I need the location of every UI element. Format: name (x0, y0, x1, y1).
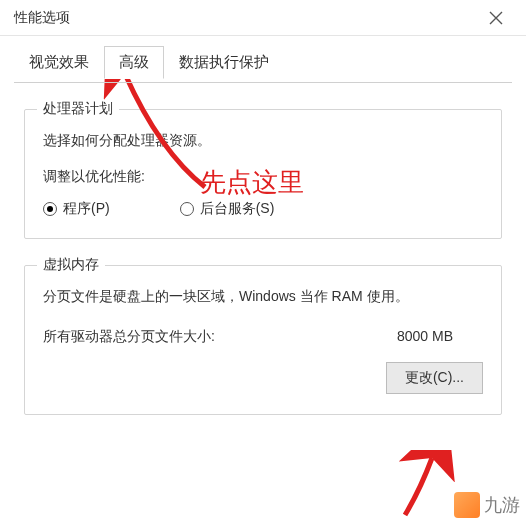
radio-programs-label: 程序(P) (63, 200, 110, 218)
watermark: 九游 (454, 492, 520, 518)
group-title-vm: 虚拟内存 (37, 256, 105, 274)
annotation-arrow-to-change (390, 450, 460, 520)
radio-programs[interactable]: 程序(P) (43, 200, 110, 218)
vm-total-label: 所有驱动器总分页文件大小: (43, 328, 215, 346)
window-title: 性能选项 (14, 9, 70, 27)
radio-background-label: 后台服务(S) (200, 200, 275, 218)
tab-visual-effects[interactable]: 视觉效果 (14, 46, 104, 79)
watermark-text: 九游 (484, 493, 520, 517)
vm-desc: 分页文件是硬盘上的一块区域，Windows 当作 RAM 使用。 (43, 288, 483, 306)
tab-bar: 视觉效果 高级 数据执行保护 (0, 36, 526, 79)
group-processor-scheduling: 处理器计划 选择如何分配处理器资源。 调整以优化性能: 程序(P) 后台服务(S… (24, 109, 502, 239)
radio-dot-programs (43, 202, 57, 216)
group-virtual-memory: 虚拟内存 分页文件是硬盘上的一块区域，Windows 当作 RAM 使用。 所有… (24, 265, 502, 415)
group-title-processor: 处理器计划 (37, 100, 119, 118)
close-icon[interactable] (476, 3, 516, 33)
vm-total-value: 8000 MB (397, 328, 453, 346)
change-button[interactable]: 更改(C)... (386, 362, 483, 394)
tab-dep[interactable]: 数据执行保护 (164, 46, 284, 79)
tab-advanced[interactable]: 高级 (104, 46, 164, 79)
radio-background-services[interactable]: 后台服务(S) (180, 200, 275, 218)
watermark-icon (454, 492, 480, 518)
processor-desc: 选择如何分配处理器资源。 (43, 132, 483, 150)
radio-dot-background (180, 202, 194, 216)
optimize-label: 调整以优化性能: (43, 168, 483, 186)
